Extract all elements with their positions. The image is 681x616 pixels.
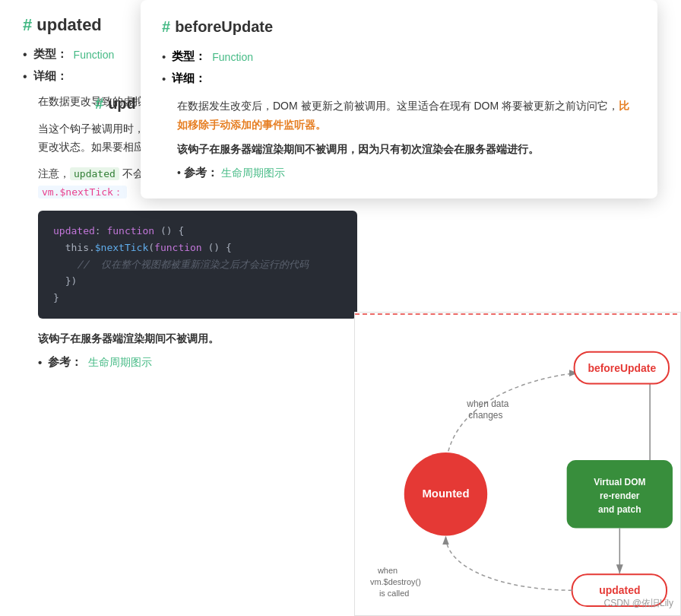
popup-type-label: 类型： [172,49,206,64]
svg-text:vm.$destroy(): vm.$destroy() [370,577,421,586]
popup-detail-label: 详细： [172,71,206,86]
popup-see-bullet: • [177,167,184,179]
popup-see-label: 参考： [184,166,218,179]
svg-text:re-render: re-render [600,491,640,501]
popup-heading: # beforeUpdate [162,18,636,36]
detail-label: 详细： [33,69,68,84]
partial-text: upd [108,95,136,113]
popup-see: • 参考： 生命周期图示 [177,166,636,180]
popup-prop-detail: 详细： [162,71,636,86]
lifecycle-link[interactable]: 生命周期图示 [88,356,152,370]
popup-hash: # [162,18,170,36]
svg-text:Mounted: Mounted [422,487,469,500]
popup-detail-section: 在数据发生改变后，DOM 被更新之前被调用。这里适合在现有 DOM 将要被更新之… [177,97,636,180]
lifecycle-diagram: when data changes beforeUpdate Mounted V… [354,312,681,616]
diagram-svg: when data changes beforeUpdate Mounted V… [355,313,680,615]
see-also-label: • [38,356,42,369]
svg-text:and patch: and patch [598,504,641,515]
svg-text:beforeUpdate: beforeUpdate [588,362,656,374]
popup-props-list: 类型： Function 详细： [162,49,636,86]
type-value: Function [74,49,115,61]
popup-lifecycle-link[interactable]: 生命周期图示 [221,167,285,179]
popup-type-value: Function [212,51,253,63]
popup-title: beforeUpdate [175,18,273,36]
nextTick-inline: vm.$nextTick： [38,186,127,198]
partial-hash: # [95,95,103,113]
type-label: 类型： [33,47,68,62]
updated-title: updated [36,15,102,35]
before-update-popup: # beforeUpdate 类型： Function 详细： 在数据发生改变后… [141,0,657,198]
svg-text:when data: when data [466,398,508,409]
watermark: CSDN @依旧Lily [603,597,673,610]
see-also-text: 参考： [48,355,82,370]
hash-icon: # [23,15,32,35]
svg-text:changes: changes [468,410,502,421]
code-block: updated: function () { this.$nextTick(fu… [38,211,357,319]
updated-inline: updated [70,167,119,180]
svg-text:Virtual DOM: Virtual DOM [594,477,645,487]
svg-text:when: when [377,566,398,575]
svg-text:is called: is called [379,589,410,598]
partial-updated-heading: # upd [95,95,136,113]
popup-para-1: 在数据发生改变后，DOM 被更新之前被调用。这里适合在现有 DOM 将要被更新之… [177,97,636,134]
svg-text:updated: updated [599,584,640,596]
popup-warning: 该钩子在服务器端渲染期间不被调用，因为只有初次渲染会在服务器端进行。 [177,143,636,157]
popup-prop-type: 类型： Function [162,49,636,64]
